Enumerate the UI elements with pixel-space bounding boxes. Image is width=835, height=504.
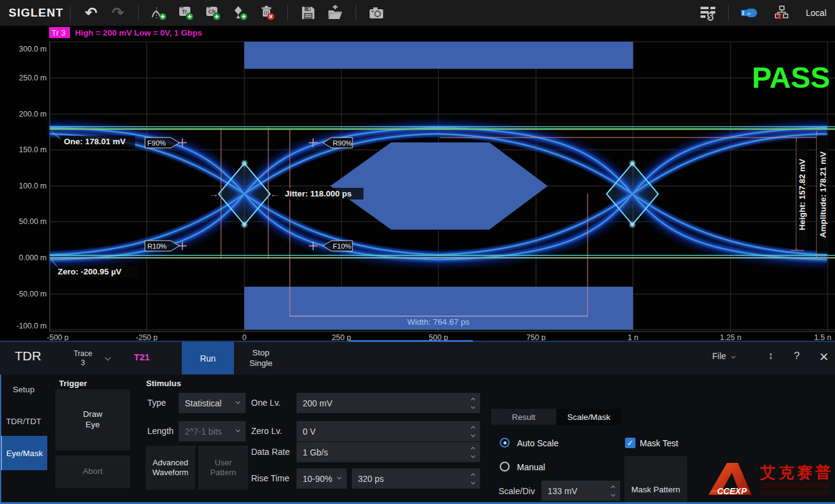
- undo-icon[interactable]: ↶: [80, 2, 101, 23]
- length-label: Length: [147, 426, 174, 436]
- spin-up-icon[interactable]: [611, 485, 615, 489]
- close-icon[interactable]: ✕: [819, 350, 829, 364]
- svg-text:-50.00 m: -50.00 m: [17, 290, 47, 298]
- svg-text:0.000 m: 0.000 m: [19, 254, 47, 262]
- spin-down-icon[interactable]: [471, 432, 475, 436]
- mask-test-checkbox[interactable]: ✓: [625, 438, 635, 448]
- mask-test-result: PASS: [752, 61, 830, 94]
- spin-down-icon[interactable]: [611, 492, 615, 496]
- chevron-down-icon: [236, 399, 240, 403]
- trace-selector[interactable]: Trace 3: [63, 344, 103, 372]
- draw-eye-button[interactable]: Draw Eye: [55, 389, 130, 451]
- rise-time-range-dropdown[interactable]: 10-90%: [297, 468, 347, 489]
- add-channel-icon[interactable]: Ch: [203, 2, 223, 23]
- svg-text:⇄: ⇄: [747, 12, 751, 16]
- add-marker-icon[interactable]: [230, 2, 251, 23]
- redo-icon: ↷: [107, 2, 128, 23]
- chevron-down-icon: [731, 354, 736, 358]
- separator: [287, 5, 288, 21]
- type-dropdown[interactable]: Statistical: [179, 393, 246, 413]
- resize-panel-icon[interactable]: ↕: [768, 350, 774, 362]
- svg-text:200.0 m: 200.0 m: [19, 110, 47, 118]
- svg-text:0: 0: [243, 333, 247, 342]
- spin-down-icon[interactable]: [471, 453, 475, 457]
- stop-single-button[interactable]: Stop Single: [239, 344, 282, 372]
- manual-radio[interactable]: [500, 462, 510, 471]
- tab-result[interactable]: Result: [491, 409, 556, 425]
- r10-tag: R10%: [147, 242, 166, 250]
- data-rate-label: Data Rate: [251, 447, 290, 457]
- svg-text:100.0 m: 100.0 m: [19, 182, 47, 190]
- delete-icon[interactable]: [257, 2, 278, 23]
- length-dropdown[interactable]: 2^7-1 bits: [179, 421, 246, 441]
- one-level-label: One Lv.: [251, 398, 281, 408]
- rise-time-label: Rise Time: [251, 473, 289, 483]
- svg-text:250.0 m: 250.0 m: [19, 74, 47, 82]
- svg-text:-250 p: -250 p: [136, 333, 157, 342]
- one-level-input[interactable]: 200 mV: [297, 393, 480, 413]
- spin-up-icon[interactable]: [471, 397, 475, 401]
- data-rate-input[interactable]: 1 Gb/s: [297, 442, 480, 462]
- save-icon[interactable]: [298, 2, 319, 23]
- zero-level-input[interactable]: 0 V: [297, 421, 480, 441]
- mask-test-label: Mask Test: [640, 438, 678, 448]
- panel-left-accent: [0, 374, 1, 502]
- separator: [355, 5, 356, 21]
- width-annotation: Width: 764.67 ps: [407, 317, 470, 327]
- panel-header: TDR Trace 3 T21 Run Stop Single File ↕ ?…: [0, 342, 835, 374]
- svg-text:1.25 n: 1.25 n: [720, 333, 742, 342]
- screenshot-icon[interactable]: [366, 2, 387, 23]
- spin-up-icon[interactable]: [471, 425, 475, 430]
- jitter-annotation: Jitter: 118.000 ps: [285, 189, 352, 198]
- chevron-down-icon: [236, 427, 240, 432]
- mask-top-bar: [244, 42, 633, 69]
- svg-text:Tr: Tr: [182, 9, 187, 15]
- local-label: Local: [806, 8, 826, 18]
- svg-text:1 n: 1 n: [627, 333, 638, 342]
- trigger-section-label: Trigger: [59, 379, 87, 388]
- separator: [70, 5, 71, 21]
- chevron-down-icon[interactable]: [105, 355, 111, 361]
- add-measurement-icon[interactable]: [149, 2, 169, 23]
- manual-label: Manual: [517, 462, 545, 472]
- y-axis-ticks: 300.0 m 250.0 m 200.0 m 150.0 m 100.0 m …: [17, 45, 47, 330]
- mask-hexagon: [330, 142, 548, 230]
- spin-down-icon[interactable]: [471, 479, 475, 484]
- auto-scale-radio[interactable]: [500, 438, 510, 448]
- f10-tag: F10%: [333, 242, 351, 250]
- one-annotation: One: 178.01 mV: [64, 137, 126, 146]
- abort-button[interactable]: Abort: [55, 456, 130, 488]
- rise-time-input[interactable]: 320 ps: [352, 468, 480, 489]
- mask-pattern-button[interactable]: Mask Pattern: [624, 456, 687, 504]
- eye-diagram-chart[interactable]: Tr 3 High = 200 mV Low = 0V, 1 Gbps 300.…: [0, 26, 835, 342]
- add-trace-icon[interactable]: Tr: [176, 2, 196, 23]
- svg-text:✕: ✕: [775, 12, 783, 21]
- tab-eye-mask[interactable]: Eye/Mask: [0, 436, 47, 470]
- r90-tag: R90%: [333, 139, 352, 147]
- help-icon[interactable]: ?: [794, 350, 799, 362]
- top-toolbar: SIGLENT ↶ ↷ Tr Ch ⇄ ✕ Local: [0, 0, 835, 26]
- trace-id-label: T21: [134, 352, 150, 362]
- spin-up-icon[interactable]: [471, 446, 475, 451]
- svg-text:50.00 m: 50.00 m: [19, 217, 47, 226]
- open-recall-icon[interactable]: [325, 2, 346, 23]
- zero-annotation: Zero: -200.95 µV: [58, 267, 122, 276]
- tab-tdr-tdt[interactable]: TDR/TDT: [0, 408, 47, 435]
- separator: [728, 5, 729, 21]
- tab-scale-mask[interactable]: Scale/Mask: [556, 409, 621, 425]
- run-button[interactable]: Run: [182, 342, 234, 374]
- jitter-right-arrow: ←: [270, 188, 279, 199]
- file-menu[interactable]: File: [712, 351, 735, 361]
- spin-up-icon[interactable]: [471, 473, 475, 477]
- svg-text:250 p: 250 p: [332, 333, 351, 342]
- zero-level-label: Zero Lv.: [251, 426, 282, 436]
- scale-div-input[interactable]: 133 mV: [542, 481, 620, 501]
- spin-down-icon[interactable]: [471, 404, 475, 408]
- panel-title: TDR: [15, 349, 41, 363]
- stimulus-section-label: Stimulus: [146, 379, 181, 388]
- remote-control-icon[interactable]: [697, 2, 718, 23]
- tab-setup[interactable]: Setup: [0, 376, 47, 403]
- advanced-waveform-button[interactable]: Advanced Waveform: [146, 446, 195, 490]
- usb-device-icon: ⇄: [739, 2, 759, 23]
- user-pattern-button[interactable]: User Pattern: [198, 446, 248, 490]
